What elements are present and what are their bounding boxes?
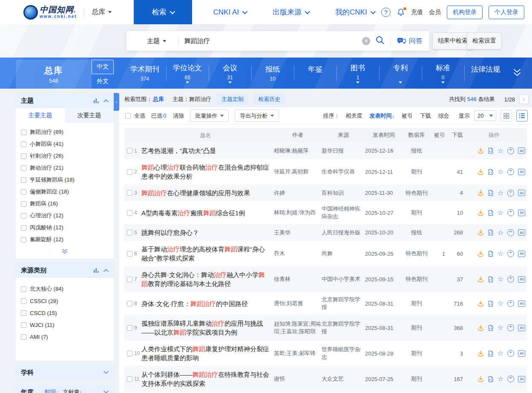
- result-source[interactable]: 中国中小学美术: [322, 275, 365, 283]
- result-authors[interactable]: 乔木: [274, 250, 322, 257]
- menu-my-cnki[interactable]: 我的CNKI: [335, 7, 374, 17]
- result-authors[interactable]: 茧乾;王美;郝军锋: [274, 350, 322, 357]
- org-login-button[interactable]: 机构登录: [447, 6, 483, 19]
- db-tab-专利[interactable]: 专利: [379, 58, 422, 89]
- result-authors[interactable]: 张延芹;高朝辉: [274, 168, 322, 176]
- filter-item[interactable]: 舞蹈治疗 (89): [16, 126, 114, 138]
- menu-cnki-ai[interactable]: CNKI AI: [213, 8, 246, 17]
- result-authors[interactable]: 程晓琳;杨频萍: [274, 147, 322, 155]
- row-checkbox[interactable]: [127, 251, 132, 257]
- result-source[interactable]: 人民日报海外版: [322, 229, 365, 237]
- list-view-button[interactable]: [516, 110, 528, 121]
- tab-search[interactable]: 检索: [134, 0, 192, 24]
- row-checkbox[interactable]: [127, 301, 132, 306]
- ai-icon[interactable]: AI: [518, 376, 525, 382]
- filter-checkbox[interactable]: [21, 142, 26, 147]
- star-icon[interactable]: ☆: [497, 147, 503, 154]
- sort-被引[interactable]: 被引: [402, 112, 413, 120]
- filter-checkbox[interactable]: [21, 310, 26, 316]
- download-icon[interactable]: [477, 190, 484, 196]
- filter-group-source-type-header[interactable]: 来源类别: [16, 263, 114, 278]
- filter-checkbox[interactable]: [21, 225, 26, 231]
- search-field-select[interactable]: 主题: [127, 37, 178, 45]
- star-icon[interactable]: ☆: [497, 209, 503, 216]
- row-checkbox[interactable]: [127, 325, 132, 331]
- download-icon[interactable]: [477, 325, 484, 331]
- row-checkbox[interactable]: [127, 169, 132, 175]
- filter-item[interactable]: 小舞蹈病 (41): [16, 138, 114, 150]
- result-title-link[interactable]: 身体·文化·疗愈：舞蹈治疗的中国路径: [141, 299, 274, 308]
- star-icon[interactable]: ☆: [497, 300, 503, 307]
- html-icon[interactable]: [488, 350, 494, 357]
- filter-checkbox[interactable]: [21, 153, 26, 159]
- result-source[interactable]: 中国神经精神疾病杂志: [322, 205, 365, 220]
- html-icon[interactable]: [488, 210, 494, 216]
- db-tab-图书[interactable]: 图书1: [336, 58, 379, 89]
- result-source[interactable]: 新华日报: [322, 147, 365, 155]
- download-icon[interactable]: [477, 376, 484, 382]
- export-analyze-button[interactable]: 导出与分析: [235, 110, 279, 122]
- nav-expand-chevrons-icon[interactable]: [512, 68, 523, 80]
- ai-icon[interactable]: AI: [518, 229, 525, 236]
- ai-icon[interactable]: AI: [518, 325, 525, 331]
- html-icon[interactable]: [488, 229, 494, 236]
- html-icon[interactable]: [488, 276, 494, 283]
- tab-primary-topic[interactable]: 主要主题: [16, 108, 65, 123]
- col-title[interactable]: 题名: [141, 131, 274, 140]
- chevron-up-icon[interactable]: [104, 99, 109, 102]
- page-size-select[interactable]: 20: [474, 110, 496, 121]
- star-icon[interactable]: ☆: [497, 276, 503, 283]
- year-sort-volume[interactable]: 文献量↓: [63, 388, 83, 393]
- result-authors[interactable]: 林晴;利婧;张为西: [274, 209, 322, 217]
- star-icon[interactable]: ☆: [497, 350, 503, 357]
- download-icon[interactable]: [477, 276, 484, 283]
- filter-group-subject-header[interactable]: 学科: [16, 365, 114, 380]
- sort-发表时间↓[interactable]: 发表时间↓: [370, 112, 395, 120]
- result-title-link[interactable]: 身心共舞·文化润心：舞动治疗融入中小学舞蹈教育的理论基础与本土化路径: [141, 270, 274, 288]
- result-title-link[interactable]: 基于舞动治疗理念的高校体育舞蹈课程“身心融合”教学模式探索: [141, 245, 274, 263]
- row-checkbox[interactable]: [127, 190, 132, 196]
- clear-selection-button[interactable]: 清除: [173, 112, 184, 120]
- download-icon[interactable]: [477, 251, 484, 257]
- result-source[interactable]: 尚舞: [322, 250, 365, 257]
- filter-item[interactable]: 北大核心 (84): [16, 283, 114, 295]
- batch-actions-button[interactable]: 批量操作: [190, 110, 229, 122]
- star-icon[interactable]: ☆: [497, 168, 503, 175]
- quote-icon[interactable]: ❞: [507, 376, 514, 382]
- menu-publish-source[interactable]: 出版来源: [273, 7, 309, 17]
- download-icon[interactable]: [477, 350, 484, 357]
- filter-checkbox[interactable]: [21, 322, 26, 328]
- quote-icon[interactable]: ❞: [507, 324, 514, 331]
- search-input[interactable]: [178, 38, 362, 45]
- quote-icon[interactable]: ❞: [507, 350, 514, 357]
- row-checkbox[interactable]: [127, 376, 132, 382]
- star-icon[interactable]: ☆: [497, 229, 503, 236]
- html-icon[interactable]: [488, 325, 494, 331]
- help-icon[interactable]: ?: [381, 8, 391, 17]
- ai-icon[interactable]: AI: [518, 147, 525, 154]
- quote-icon[interactable]: ❞: [507, 168, 514, 175]
- db-tab-报纸[interactable]: 报纸10: [251, 58, 294, 89]
- chevron-up-icon[interactable]: [104, 269, 109, 272]
- star-icon[interactable]: ☆: [497, 250, 503, 257]
- html-icon[interactable]: [488, 251, 494, 257]
- result-source[interactable]: 大众文艺: [322, 375, 365, 383]
- quote-icon[interactable]: ❞: [507, 250, 514, 257]
- scope-value[interactable]: 总库: [153, 95, 164, 103]
- result-title-link[interactable]: A型肉毒毒素治疗瘢痕舞蹈综合征1例: [141, 208, 274, 217]
- filter-checkbox[interactable]: [21, 286, 26, 292]
- sort-相关度[interactable]: 相关度: [346, 112, 362, 120]
- ai-icon[interactable]: AI: [518, 301, 525, 307]
- star-icon[interactable]: ☆: [497, 190, 503, 196]
- filter-checkbox[interactable]: [21, 177, 26, 183]
- db-tab-法律法规[interactable]: 法律法规: [464, 58, 507, 89]
- ai-icon[interactable]: AI: [518, 169, 525, 175]
- quote-icon[interactable]: ❞: [507, 229, 514, 236]
- quote-icon[interactable]: ❞: [507, 147, 514, 154]
- menu-zongku[interactable]: 总库: [92, 8, 112, 17]
- filter-checkbox[interactable]: [21, 165, 26, 171]
- ai-icon[interactable]: AI: [518, 251, 525, 257]
- topic-custom-button[interactable]: 主题定制: [217, 94, 248, 105]
- filter-item[interactable]: 针刺治疗 (26): [16, 150, 114, 162]
- db-tab-学位论文[interactable]: 学位论文65: [166, 58, 209, 89]
